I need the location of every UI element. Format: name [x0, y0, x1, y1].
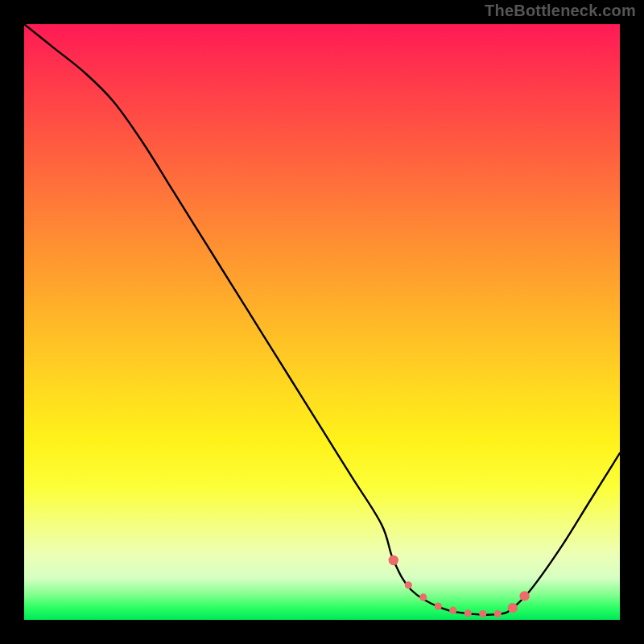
chart-frame: TheBottleneck.com	[0, 0, 644, 644]
flat-marker-dot	[389, 555, 398, 565]
bottleneck-curve-line	[24, 24, 620, 615]
flat-marker-dot	[449, 607, 456, 614]
flat-marker-dot	[435, 602, 442, 609]
flat-zone-markers	[389, 555, 530, 617]
flat-marker-dot	[494, 610, 502, 617]
flat-marker-dot	[508, 603, 518, 613]
curve-layer	[24, 24, 620, 620]
flat-marker-dot	[479, 610, 486, 617]
flat-marker-dot	[405, 581, 412, 588]
watermark-text: TheBottleneck.com	[485, 2, 636, 20]
flat-marker-dot	[519, 591, 529, 601]
flat-marker-dot	[464, 609, 472, 617]
flat-marker-dot	[419, 593, 427, 601]
plot-area	[24, 24, 620, 620]
